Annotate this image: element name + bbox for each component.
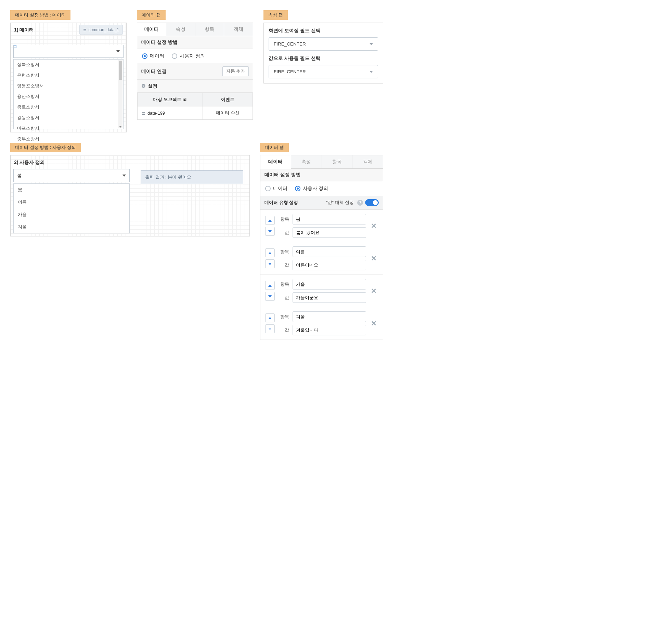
section-title: 데이터 연결: [141, 69, 167, 75]
tab-items[interactable]: 항목: [322, 155, 353, 168]
option[interactable]: 중부소방서: [14, 134, 123, 144]
tabs-2: 데이터 속성 항목 객체: [260, 155, 383, 169]
field-display-header: 화면에 보여질 필드 선택: [269, 28, 378, 34]
value-label: 값: [278, 295, 289, 301]
radio-icon: [265, 186, 271, 191]
value-field-select[interactable]: FIRE_CENTER: [269, 65, 378, 78]
option[interactable]: 여름: [14, 196, 129, 208]
caret-down-icon: [122, 174, 126, 177]
help-icon[interactable]: ?: [357, 200, 363, 206]
item-label-input[interactable]: [293, 214, 366, 225]
cell-object-id[interactable]: data-199: [137, 107, 203, 120]
radio-data[interactable]: 데이터: [142, 53, 164, 59]
option[interactable]: 겨울: [14, 221, 129, 233]
option[interactable]: 용산소방서: [14, 92, 123, 102]
move-down-button[interactable]: [265, 259, 275, 268]
section-label-attr-tab: 속성 탭: [264, 10, 288, 20]
section-label-data-tab-2: 데이터 탭: [260, 143, 289, 152]
radio-icon: [142, 53, 147, 59]
delete-item-button[interactable]: ✕: [369, 287, 378, 295]
item-label-input[interactable]: [293, 279, 366, 290]
move-up-button[interactable]: [265, 281, 275, 290]
move-up-button[interactable]: [265, 314, 275, 322]
scrollbar[interactable]: [118, 60, 122, 128]
option[interactable]: 영등포소방서: [14, 81, 123, 92]
designer-title-2: 2) 사용자 정의: [14, 159, 247, 166]
move-up-button[interactable]: [265, 216, 275, 225]
radio-icon: [172, 53, 177, 59]
item-value-input[interactable]: [293, 260, 366, 270]
section-data-method-2: 데이터 설정 방법: [260, 169, 383, 181]
item-label: 항목: [278, 281, 289, 288]
field-value-header: 값으로 사용될 필드 선택: [269, 56, 378, 62]
select-widget-2[interactable]: 봄: [13, 169, 130, 182]
move-down-button[interactable]: [265, 324, 275, 333]
data-item-row: 항목값✕: [260, 275, 383, 307]
move-up-button[interactable]: [265, 248, 275, 257]
data-chip[interactable]: common_data_1: [80, 25, 123, 35]
auto-add-button[interactable]: 자동 추가: [222, 66, 249, 76]
tabs: 데이터 속성 항목 객체: [137, 23, 253, 36]
option[interactable]: 은평소방서: [14, 70, 123, 81]
data-item-row: 항목값✕: [260, 307, 383, 340]
tab-attr[interactable]: 속성: [166, 23, 195, 36]
value-label: 값: [278, 230, 289, 236]
option[interactable]: 가을: [14, 208, 129, 221]
section-label-data: 데이터 설정 방법 : 데이터: [10, 10, 71, 20]
delete-item-button[interactable]: ✕: [369, 319, 378, 327]
select-dropdown-2[interactable]: 봄 여름 가을 겨울: [13, 183, 130, 233]
object-id-value: data-199: [147, 110, 165, 116]
gear-icon: 설정: [141, 83, 157, 89]
data-item-row: 항목값✕: [260, 210, 383, 242]
move-down-button[interactable]: [265, 227, 275, 236]
tab-object[interactable]: 객체: [352, 155, 383, 168]
caret-down-icon: [369, 43, 373, 45]
radio-custom-2[interactable]: 사용자 정의: [295, 185, 328, 192]
select-widget-1[interactable]: [13, 45, 123, 58]
col-event: 이벤트: [203, 93, 253, 107]
option[interactable]: 마포소방서: [14, 123, 123, 134]
item-value-input[interactable]: [293, 227, 366, 238]
value-replace-toggle[interactable]: [365, 199, 379, 206]
col-object-id: 대상 오브젝트 id: [137, 93, 203, 107]
caret-down-icon: [116, 50, 120, 52]
section-data-method: 데이터 설정 방법: [137, 36, 253, 49]
output-box: 출력 결과 : 봄이 왔어요: [140, 170, 243, 184]
option[interactable]: 종로소방서: [14, 102, 123, 112]
chevron-down-icon: [268, 263, 272, 265]
section-data-link: 데이터 연결 자동 추가: [137, 63, 253, 80]
radio-custom[interactable]: 사용자 정의: [172, 53, 205, 59]
item-value-input[interactable]: [293, 325, 366, 335]
tab-data[interactable]: 데이터: [260, 155, 291, 169]
data-link-table: 대상 오브젝트 id 이벤트 data-199 데이터 수신: [137, 93, 253, 120]
tab-object[interactable]: 객체: [224, 23, 253, 36]
option[interactable]: 강동소방서: [14, 112, 123, 123]
value-replace-label: "값" 대체 설정: [326, 200, 354, 206]
data-item-row: 항목값✕: [260, 242, 383, 275]
item-label-input[interactable]: [293, 246, 366, 257]
radio-data-2[interactable]: 데이터: [265, 185, 288, 192]
item-label: 항목: [278, 216, 289, 222]
select-value: FIRE_CENTER: [274, 69, 306, 74]
data-icon: [83, 27, 89, 32]
delete-item-button[interactable]: ✕: [369, 222, 378, 230]
scrollbar-thumb[interactable]: [119, 61, 122, 80]
display-field-select[interactable]: FIRE_CENTER: [269, 37, 378, 51]
option[interactable]: 성북소방서: [14, 60, 123, 70]
item-value-input[interactable]: [293, 292, 366, 303]
section-data-type: 데이터 유형 설정 "값" 대체 설정 ?: [260, 196, 383, 210]
chevron-down-icon: [268, 230, 272, 233]
tab-attr[interactable]: 속성: [291, 155, 322, 168]
scroll-down-icon[interactable]: [119, 126, 122, 128]
cell-event[interactable]: 데이터 수신: [203, 107, 253, 120]
caret-down-icon: [369, 71, 373, 73]
tab-data[interactable]: 데이터: [137, 23, 166, 36]
delete-item-button[interactable]: ✕: [369, 254, 378, 263]
move-down-button[interactable]: [265, 292, 275, 301]
chevron-up-icon: [268, 252, 272, 254]
properties-panel-custom: 데이터 속성 항목 객체 데이터 설정 방법 데이터 사용자 정의 데이터 유형…: [260, 155, 383, 340]
item-label-input[interactable]: [293, 312, 366, 322]
tab-items[interactable]: 항목: [195, 23, 224, 36]
option[interactable]: 봄: [14, 184, 129, 196]
select-dropdown-1[interactable]: 성북소방서 은평소방서 영등포소방서 용산소방서 종로소방서 강동소방서 마포소…: [13, 59, 123, 129]
